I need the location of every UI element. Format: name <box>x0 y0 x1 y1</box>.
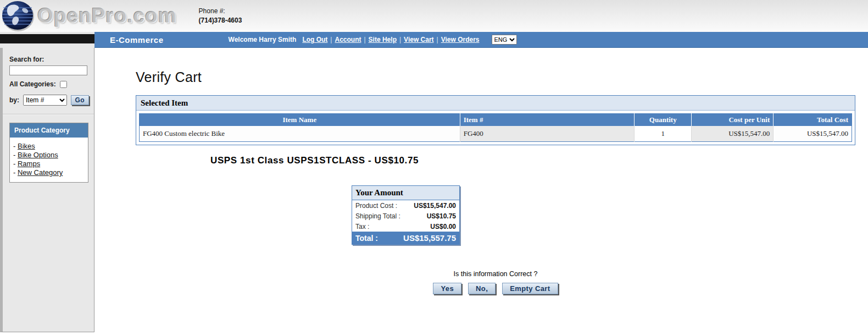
phone-label: Phone #: <box>199 7 242 15</box>
ecommerce-brand: E-Commerce <box>110 35 164 45</box>
list-item: - Bikes <box>13 142 85 150</box>
globe-logo-icon <box>1 1 35 31</box>
column-header-item-number: Item # <box>460 114 635 127</box>
column-header-quantity: Quantity <box>635 114 692 127</box>
confirm-buttons: Yes No, Empty Cart <box>136 283 855 294</box>
nav-links: Welcome Harry Smith Log Out | Account | … <box>229 36 480 43</box>
site-help-link[interactable]: Site Help <box>369 36 397 43</box>
cart-table: Item Name Item # Quantity Cost per Unit … <box>139 113 852 142</box>
site-header: OpenPro.com Phone #: (714)378-4603 <box>0 0 868 32</box>
category-link-bikes[interactable]: Bikes <box>18 142 35 150</box>
amount-total-row: Total : US$15,557.75 <box>352 232 459 244</box>
search-by-select[interactable]: Item # <box>23 95 67 106</box>
cell-quantity: 1 <box>635 126 692 142</box>
total-value: US$15,557.75 <box>403 233 456 243</box>
shipping-method-line: USPS 1st Class USPS1STCLASS - US$10.75 <box>210 155 868 166</box>
amount-row-product-cost: Product Cost : US$15,547.00 <box>352 200 459 211</box>
confirm-question: Is this information Correct ? <box>136 270 855 278</box>
yes-button[interactable]: Yes <box>433 283 461 294</box>
page-title: Verify Cart <box>136 69 868 85</box>
account-link[interactable]: Account <box>335 36 361 43</box>
logout-link[interactable]: Log Out <box>302 36 327 43</box>
go-button[interactable]: Go <box>71 95 89 105</box>
list-item: - Bike Options <box>13 151 85 159</box>
all-categories-checkbox[interactable] <box>60 81 67 88</box>
welcome-text: Welcome Harry Smith <box>229 36 297 43</box>
cell-total-cost: US$15,547.00 <box>774 126 852 142</box>
table-row: FG400 Custom electric Bike FG400 1 US$15… <box>140 126 852 142</box>
cell-item-name: FG400 Custom electric Bike <box>140 126 460 142</box>
nav-separator: | <box>364 36 365 43</box>
view-orders-link[interactable]: View Orders <box>441 36 480 43</box>
cart-header-row: Item Name Item # Quantity Cost per Unit … <box>140 114 852 127</box>
category-link-ramps[interactable]: Ramps <box>18 160 40 168</box>
product-category-title: Product Category <box>10 123 88 138</box>
by-label: by: <box>9 96 19 104</box>
your-amount-table: Your Amount Product Cost : US$15,547.00 … <box>352 185 460 245</box>
search-label: Search for: <box>9 56 89 63</box>
amount-row-tax: Tax : US$0.00 <box>352 221 459 232</box>
category-list: - Bikes - Bike Options - Ramps - New Cat… <box>10 138 88 182</box>
confirm-section: Is this information Correct ? Yes No, Em… <box>136 270 855 294</box>
category-link-new-category[interactable]: New Category <box>18 168 63 177</box>
phone-number: (714)378-4603 <box>199 17 242 24</box>
view-cart-link[interactable]: View Cart <box>404 36 433 43</box>
column-header-total-cost: Total Cost <box>774 114 852 127</box>
selected-item-caption: Selected Item <box>136 96 855 111</box>
no-button[interactable]: No, <box>468 283 496 294</box>
cell-cost-per-unit: US$15,547.00 <box>692 126 774 142</box>
selected-item-box: Selected Item Item Name Item # Quantity … <box>136 95 855 145</box>
phone-block: Phone #: (714)378-4603 <box>199 7 242 24</box>
logo-text: OpenPro.com <box>37 4 177 28</box>
black-divider-bar <box>0 34 94 43</box>
main-navbar: E-Commerce Welcome Harry Smith Log Out |… <box>94 32 868 48</box>
language-select[interactable]: ENG <box>492 35 517 45</box>
list-item: - New Category <box>13 168 85 177</box>
body-row: Search for: All Categories: by: Item # G… <box>0 48 868 335</box>
sidebar-divider <box>3 114 94 114</box>
main-content: Verify Cart Selected Item Item Name Item… <box>94 48 868 335</box>
all-categories-label: All Categories: <box>9 80 56 88</box>
product-category-panel: Product Category - Bikes - Bike Options … <box>9 123 88 183</box>
your-amount-caption: Your Amount <box>352 186 459 200</box>
column-header-item-name: Item Name <box>140 114 460 127</box>
column-header-cost-per-unit: Cost per Unit <box>692 114 774 127</box>
nav-row: E-Commerce Welcome Harry Smith Log Out |… <box>0 32 868 48</box>
sidebar: Search for: All Categories: by: Item # G… <box>0 48 94 332</box>
nav-separator: | <box>399 36 401 43</box>
list-item: - Ramps <box>13 160 85 168</box>
total-label: Total : <box>355 234 378 243</box>
amount-row-shipping-total: Shipping Total : US$10.75 <box>352 211 459 221</box>
empty-cart-button[interactable]: Empty Cart <box>502 283 558 294</box>
nav-separator: | <box>330 36 332 43</box>
cell-item-number: FG400 <box>460 126 635 142</box>
nav-left-spacer <box>0 32 94 48</box>
nav-separator: | <box>437 36 438 43</box>
search-input[interactable] <box>9 65 87 75</box>
logo: OpenPro.com <box>0 0 177 31</box>
category-link-bike-options[interactable]: Bike Options <box>18 151 58 159</box>
